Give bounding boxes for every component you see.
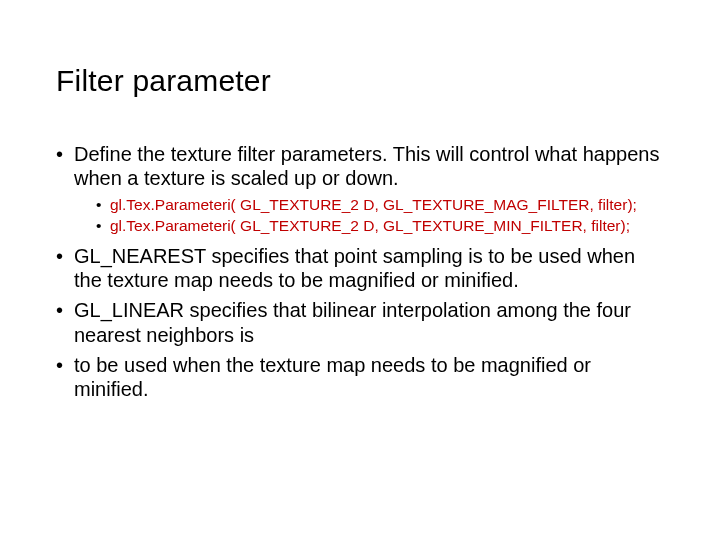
bullet-text: Define the texture filter parameters. Th… (74, 143, 659, 189)
slide-title: Filter parameter (56, 64, 664, 98)
bullet-list: Define the texture filter parameters. Th… (56, 142, 664, 402)
bullet-text: GL_NEAREST specifies that point sampling… (74, 245, 635, 291)
slide: Filter parameter Define the texture filt… (0, 0, 720, 540)
bullet-item: to be used when the texture map needs to… (56, 353, 664, 402)
bullet-text: to be used when the texture map needs to… (74, 354, 591, 400)
bullet-item: GL_NEAREST specifies that point sampling… (56, 244, 664, 293)
code-text: gl.Tex.Parameteri( GL_TEXTURE_2 D, GL_TE… (110, 217, 630, 234)
code-text: gl.Tex.Parameteri( GL_TEXTURE_2 D, GL_TE… (110, 196, 637, 213)
sub-bullet-list: gl.Tex.Parameteri( GL_TEXTURE_2 D, GL_TE… (74, 195, 664, 236)
sub-bullet-item: gl.Tex.Parameteri( GL_TEXTURE_2 D, GL_TE… (96, 195, 664, 214)
sub-bullet-item: gl.Tex.Parameteri( GL_TEXTURE_2 D, GL_TE… (96, 216, 664, 235)
bullet-item: GL_LINEAR specifies that bilinear interp… (56, 298, 664, 347)
bullet-text: GL_LINEAR specifies that bilinear interp… (74, 299, 631, 345)
bullet-item: Define the texture filter parameters. Th… (56, 142, 664, 236)
